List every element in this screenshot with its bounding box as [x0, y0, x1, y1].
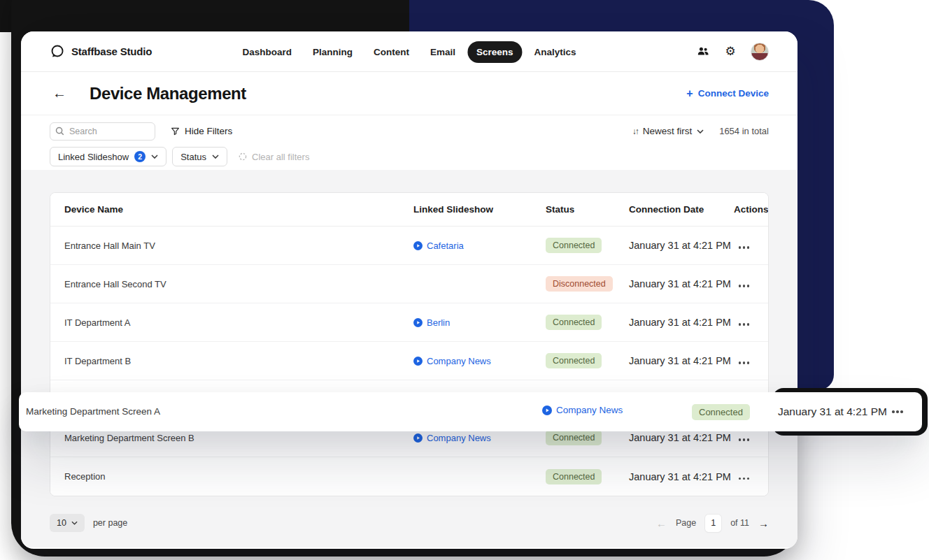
users-icon[interactable] — [695, 44, 710, 59]
slideshow-link[interactable]: Company News — [413, 356, 546, 366]
device-name: IT Department B — [64, 356, 413, 366]
table-row[interactable]: Reception Connected January 31 at 4:21 P… — [50, 457, 768, 496]
prev-page-icon[interactable]: ← — [656, 517, 667, 529]
nav-content[interactable]: Content — [364, 41, 418, 63]
app-window: Staffbase Studio Dashboard Planning Cont… — [21, 31, 797, 549]
nav-email[interactable]: Email — [421, 41, 464, 63]
device-name: Entrance Hall Main TV — [64, 240, 413, 251]
slideshow-play-icon — [413, 241, 423, 250]
status-badge: Connected — [546, 353, 602, 368]
chevron-down-icon — [212, 155, 219, 159]
total-pages-label: of 11 — [730, 518, 749, 528]
floating-table-row[interactable]: Marketing Department Screen A Company Ne… — [19, 392, 922, 431]
filter-status[interactable]: Status — [172, 147, 227, 166]
content-area: Device Name Linked Slideshow Status Conn… — [21, 170, 797, 547]
status-badge: Connected — [546, 469, 602, 484]
clear-all-filters-button[interactable]: Clear all filters — [239, 152, 309, 162]
sort-label: Newest first — [643, 126, 693, 136]
next-page-icon[interactable]: → — [758, 517, 769, 529]
hide-filters-label: Hide Filters — [185, 126, 232, 136]
row-menu-icon[interactable] — [743, 478, 746, 480]
row-menu-icon[interactable] — [743, 438, 746, 441]
slideshow-name: Berlin — [427, 317, 450, 328]
user-avatar[interactable] — [751, 43, 769, 61]
slideshow-play-icon — [413, 318, 423, 327]
nav-screens[interactable]: Screens — [467, 41, 523, 63]
row-menu-icon[interactable] — [743, 285, 746, 287]
clear-circle-icon — [239, 152, 247, 161]
actions-cell — [743, 471, 746, 482]
col-actions: Actions — [734, 204, 769, 215]
slideshow-name: Company News — [427, 356, 491, 366]
device-name: Reception — [64, 471, 413, 482]
table-footer: 10 per page ← Page 1 of 11 → — [50, 514, 769, 532]
slideshow-name: Company News — [427, 433, 491, 443]
actions-cell — [743, 433, 746, 443]
slideshow-play-icon — [413, 357, 423, 366]
slideshow-link[interactable]: Berlin — [413, 317, 546, 328]
slideshow-link[interactable]: Company News — [413, 433, 546, 443]
col-connection-date: Connection Date — [629, 204, 734, 215]
page-size-value: 10 — [57, 518, 66, 528]
connection-date: January 31 at 4:21 PM — [629, 432, 734, 443]
back-arrow-icon[interactable]: ← — [52, 85, 66, 101]
nav-planning[interactable]: Planning — [304, 41, 362, 63]
page-number-input[interactable]: 1 — [705, 515, 721, 532]
slideshow-link[interactable]: Cafetaria — [413, 240, 546, 251]
col-device-name: Device Name — [64, 204, 413, 215]
app-bar-actions: ⚙ — [695, 43, 769, 61]
search-input[interactable] — [50, 122, 155, 141]
sort-arrows-icon: ↓↑ — [632, 127, 638, 136]
connection-date: January 31 at 4:21 PM — [778, 392, 887, 431]
connection-date: January 31 at 4:21 PM — [629, 355, 734, 366]
actions-cell — [743, 356, 746, 366]
filter-count-badge: 2 — [134, 151, 146, 162]
clear-all-filters-label: Clear all filters — [252, 152, 309, 162]
table-row[interactable]: Entrance Hall Second TV Disconnected Jan… — [50, 265, 768, 303]
toolbar: Hide Filters ↓↑ Newest first 1654 in tot… — [21, 115, 797, 170]
app-bar: Staffbase Studio Dashboard Planning Cont… — [21, 31, 797, 72]
filter-linked-slideshow-label: Linked Slideshow — [58, 152, 129, 162]
title-bar: ← Device Management + Connect Device — [21, 72, 797, 115]
nav-dashboard[interactable]: Dashboard — [233, 41, 301, 63]
status-badge: Connected — [546, 430, 602, 445]
hide-filters-button[interactable]: Hide Filters — [171, 126, 232, 136]
row-menu-icon[interactable] — [743, 323, 746, 326]
sort-dropdown[interactable]: ↓↑ Newest first — [632, 126, 704, 136]
pagination: ← Page 1 of 11 → — [656, 515, 769, 532]
actions-cell — [743, 240, 746, 251]
marketing-canvas: Staffbase Studio Dashboard Planning Cont… — [0, 0, 929, 560]
chevron-down-icon — [697, 129, 704, 134]
staffbase-logo-icon — [50, 44, 64, 59]
total-count: 1654 in total — [719, 126, 769, 136]
settings-gear-icon[interactable]: ⚙ — [723, 44, 738, 59]
connection-date: January 31 at 4:21 PM — [629, 240, 734, 251]
slideshow-play-icon — [542, 405, 552, 415]
search-icon — [55, 127, 64, 136]
connect-device-button[interactable]: + Connect Device — [686, 87, 769, 100]
device-name: Marketing Department Screen A — [26, 392, 160, 431]
row-menu-icon[interactable] — [743, 246, 746, 249]
nav-analytics[interactable]: Analytics — [525, 41, 586, 63]
device-name: Entrance Hall Second TV — [64, 279, 413, 289]
slideshow-name: Cafetaria — [427, 240, 464, 251]
filter-linked-slideshow[interactable]: Linked Slideshow 2 — [50, 147, 166, 166]
status-badge: Disconnected — [546, 276, 613, 292]
table-row[interactable]: IT Department A Berlin Connected January… — [50, 303, 768, 342]
connection-date: January 31 at 4:21 PM — [629, 278, 734, 289]
row-menu-icon[interactable] — [896, 410, 899, 413]
status-badge: Connected — [692, 404, 750, 420]
page-size-select[interactable]: 10 — [50, 514, 85, 532]
table-row[interactable]: IT Department B Company News Connected J… — [50, 342, 768, 380]
col-status: Status — [546, 204, 629, 215]
toolbar-row-filters: Linked Slideshow 2 Status Clear all filt… — [50, 147, 309, 166]
row-menu-icon[interactable] — [743, 361, 746, 364]
slideshow-link[interactable]: Company News — [542, 405, 623, 415]
chevron-down-icon — [151, 155, 158, 159]
filter-status-label: Status — [180, 152, 206, 162]
device-name: IT Department A — [64, 317, 413, 328]
table-row[interactable]: Entrance Hall Main TV Cafetaria Connecte… — [50, 227, 768, 265]
connection-date: January 31 at 4:21 PM — [629, 471, 734, 482]
funnel-icon — [171, 127, 180, 136]
slideshow-name: Company News — [556, 405, 623, 415]
